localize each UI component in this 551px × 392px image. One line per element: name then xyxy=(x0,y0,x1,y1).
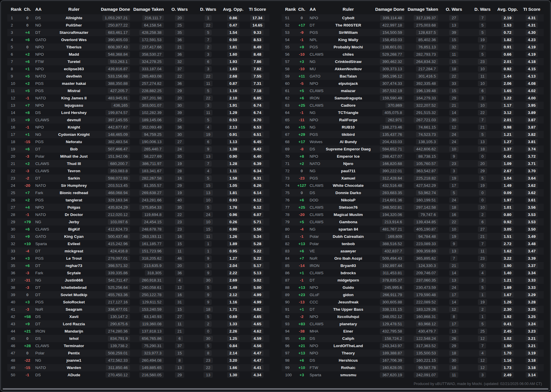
cell-avg-opp: 0.93 xyxy=(221,197,245,203)
column-header-o-wars[interactable]: O. Wars xyxy=(438,7,470,12)
value-pill: 83,968.12 xyxy=(416,321,438,327)
value-pill: 0 xyxy=(479,263,486,268)
cell-rank: 44 xyxy=(7,329,20,333)
cell-alliance: NPO xyxy=(309,118,325,122)
cell-alliance: NPO xyxy=(35,205,51,210)
cell-ti-score: 3.18 xyxy=(520,358,544,363)
value-pill: 137,818.13 xyxy=(139,328,164,334)
cell-o-wars: 13 xyxy=(164,365,195,370)
value-pill: 397,145.55 xyxy=(106,117,130,123)
cell-change: 0 xyxy=(20,23,35,27)
cell-d-wars: 7 xyxy=(470,343,495,349)
cell-d-wars: 19 xyxy=(470,37,495,43)
column-header-damage-done[interactable]: Damage Done xyxy=(371,7,404,12)
cell-ruler: Seagram xyxy=(51,307,97,312)
column-header-rank[interactable]: Rank xyxy=(7,7,20,12)
column-header-damage-taken[interactable]: Damage Taken xyxy=(130,7,164,12)
value-pill: 7 xyxy=(479,343,486,349)
cell-damage-done: 266,911.79 xyxy=(371,292,404,298)
cell-ruler: Stetson76 xyxy=(325,205,371,210)
cell-ruler: planetary xyxy=(325,322,371,326)
cell-d-wars: 23 xyxy=(470,59,495,64)
cell-ti-score: 3.37 xyxy=(520,263,544,268)
table-row: 91+1DTThe Upper Bass338,131.15183,129.26… xyxy=(282,306,544,313)
value-pill: 154,500.59 xyxy=(380,30,404,35)
column-header-ti-score[interactable]: TI Score xyxy=(520,7,544,12)
cell-d-wars: 3 xyxy=(470,95,495,101)
value-pill: 33 xyxy=(449,81,458,86)
cell-rank: 39 xyxy=(7,293,20,297)
column-header-alliance[interactable]: AA xyxy=(309,7,325,12)
table-row: 69-8DSSupreme Emperor Daeg594,652.71442,… xyxy=(282,145,544,153)
value-pill: 46 xyxy=(175,256,184,261)
cell-rank: 21 xyxy=(7,161,20,166)
value-pill: 3.61 xyxy=(526,197,538,203)
cell-damage-taken: 269,638.27 xyxy=(130,190,164,196)
cell-avg-opp: 1.17 xyxy=(495,103,520,108)
cell-change: +6 xyxy=(294,249,309,253)
cell-rank: 40 xyxy=(7,300,20,304)
cell-ti-score: 4.31 xyxy=(520,22,544,28)
cell-ti-score: 5.56 xyxy=(245,226,269,232)
value-pill: 1.49 xyxy=(501,183,514,188)
cell-damage-taken: 160,868.31 xyxy=(404,314,438,319)
cell-change: +127 xyxy=(294,183,309,188)
column-header-o-wars[interactable]: O. Wars xyxy=(164,7,195,12)
column-header-avg-opp[interactable]: Avg. Opp. xyxy=(221,7,245,12)
cell-damage-taken: 230,473.59 xyxy=(404,285,438,290)
cell-o-wars: 13 xyxy=(438,328,470,334)
value-pill: 129,478.51 xyxy=(380,321,404,327)
value-pill: 4 xyxy=(479,270,486,276)
value-pill: 1.33 xyxy=(227,321,239,327)
column-header-damage-taken[interactable]: Damage Taken xyxy=(404,7,438,12)
value-pill: 15 xyxy=(203,183,213,188)
cell-ti-score: 3.50 xyxy=(520,226,544,232)
cell-damage-done: 683,461.17 xyxy=(97,30,130,35)
cell-damage-taken: 260,494.08 xyxy=(130,358,164,363)
column-header-d-wars[interactable]: D. Wars xyxy=(470,7,495,12)
column-header-ruler[interactable]: Ruler xyxy=(51,7,97,12)
column-header-change[interactable]: Ch. xyxy=(294,7,309,12)
cell-alliance: NG xyxy=(35,278,51,282)
cell-ti-score: 6.53 xyxy=(245,124,269,130)
value-pill: 3.12 xyxy=(501,110,514,115)
leaderboard-table-right: RankCh.AARulerDamage DoneDamage TakenO. … xyxy=(282,4,544,380)
cell-damage-taken: 94,759.25 xyxy=(130,132,164,137)
value-pill: 5.34 xyxy=(251,234,264,239)
value-pill: 22 xyxy=(175,73,184,79)
cell-avg-opp: 1.37 xyxy=(495,146,520,152)
value-pill: 36 xyxy=(175,270,184,276)
value-pill: 4.31 xyxy=(526,22,538,28)
column-header-rank[interactable]: Rank xyxy=(282,7,294,12)
cell-damage-done: 412,624.73 xyxy=(97,226,130,232)
column-header-ti-score[interactable]: TI Score xyxy=(245,7,269,12)
cell-rank: 30 xyxy=(7,227,20,231)
cell-avg-opp: 0.09 xyxy=(495,190,520,196)
column-header-change[interactable]: Ch. xyxy=(20,7,35,12)
cell-rank: 50 xyxy=(7,373,20,377)
cell-ruler: Lord Razzia xyxy=(51,322,97,326)
cell-alliance: NPO xyxy=(309,285,325,290)
column-header-alliance[interactable]: AA xyxy=(35,7,51,12)
column-header-damage-done[interactable]: Damage Done xyxy=(97,7,130,12)
column-header-ruler[interactable]: Ruler xyxy=(325,7,371,12)
cell-change: +23 xyxy=(294,293,309,297)
column-header-avg-opp[interactable]: Avg. Opp. xyxy=(495,7,520,12)
cell-damage-taken: 223,089.33 xyxy=(404,241,438,247)
value-pill: 20 xyxy=(478,161,487,166)
column-header-d-wars[interactable]: D. Wars xyxy=(195,7,221,12)
cell-ruler: Guido xyxy=(325,285,371,290)
cell-damage-taken: 63,140.93 xyxy=(130,314,164,319)
horizontal-scrollbar[interactable] xyxy=(3,388,548,390)
cell-o-wars: 22 xyxy=(438,219,470,225)
value-pill: 24 xyxy=(203,212,213,217)
value-pill: 13 xyxy=(203,154,213,159)
value-pill: 160,221.15 xyxy=(414,358,438,363)
value-pill: 10 xyxy=(449,146,458,152)
cell-damage-done: 188,273.46 xyxy=(371,124,404,130)
cell-change: +79 xyxy=(20,220,35,224)
value-pill: 405,190.87 xyxy=(414,226,438,232)
cell-change: +7 xyxy=(294,256,309,261)
cell-o-wars: 29 xyxy=(164,372,195,378)
cell-avg-opp: 2.10 xyxy=(221,95,245,101)
